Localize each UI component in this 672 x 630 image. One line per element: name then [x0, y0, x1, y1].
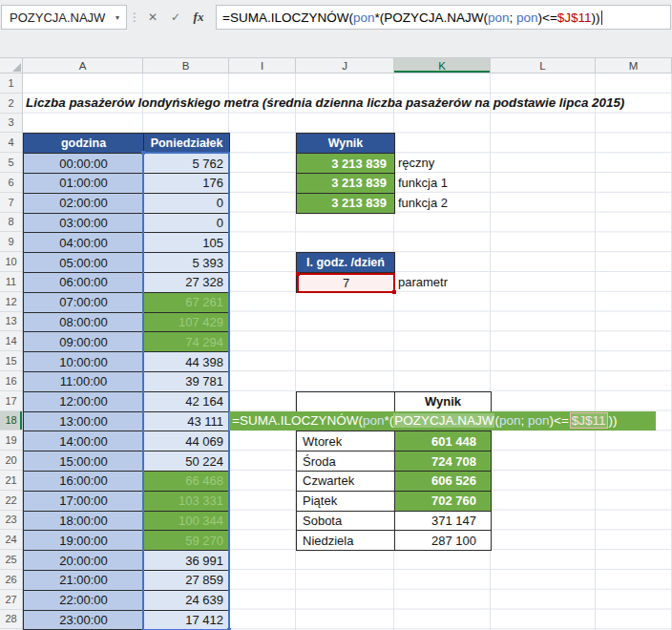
- column-header-l[interactable]: L: [491, 58, 596, 73]
- row-header-24[interactable]: 24: [0, 530, 22, 550]
- cell-value-14:00:00[interactable]: 44 069: [144, 431, 230, 452]
- row-header-26[interactable]: 26: [0, 570, 22, 590]
- cell-value-22:00:00[interactable]: 24 639: [144, 591, 230, 611]
- row-header-4[interactable]: 4: [0, 133, 22, 153]
- row-header-14[interactable]: 14: [0, 331, 22, 351]
- cell-day-value-3[interactable]: 702 760: [395, 492, 492, 512]
- cell-time-21:00:00[interactable]: 21:00:00: [24, 571, 144, 591]
- days-table-header[interactable]: Wynik: [395, 392, 492, 412]
- cell-value-17:00:00[interactable]: 103 331: [144, 492, 230, 512]
- cell-time-22:00:00[interactable]: 22:00:00: [24, 591, 144, 611]
- cell-value-11:00:00[interactable]: 39 781: [144, 372, 230, 392]
- sheet-grid[interactable]: 1234567891011121314151617181920212223242…: [0, 74, 672, 630]
- cell-time-07:00:00[interactable]: 07:00:00: [24, 293, 144, 313]
- cell-day-5[interactable]: Niedziela: [297, 531, 395, 551]
- param-value-cell[interactable]: 7: [297, 273, 395, 293]
- cell-time-14:00:00[interactable]: 14:00:00: [24, 431, 144, 452]
- cell-time-15:00:00[interactable]: 15:00:00: [24, 452, 144, 472]
- cell-value-19:00:00[interactable]: 59 270: [144, 531, 230, 551]
- cell-value-18:00:00[interactable]: 100 344: [144, 512, 230, 532]
- param-header[interactable]: l. godz. /dzień: [297, 253, 395, 273]
- row-header-18[interactable]: 18: [0, 411, 22, 431]
- column-header-a[interactable]: A: [23, 58, 143, 73]
- cell-time-13:00:00[interactable]: 13:00:00: [24, 412, 144, 432]
- insert-function-icon[interactable]: fx: [187, 5, 210, 30]
- cell-day-3[interactable]: Piątek: [297, 492, 395, 512]
- cell-value-13:00:00[interactable]: 43 111: [144, 412, 230, 432]
- cell-value-23:00:00[interactable]: 17 412: [144, 611, 230, 630]
- column-header-k[interactable]: K: [394, 58, 491, 73]
- column-header-j[interactable]: J: [296, 58, 394, 73]
- cell-value-10:00:00[interactable]: 44 398: [144, 352, 230, 372]
- cell-time-08:00:00[interactable]: 08:00:00: [24, 313, 144, 333]
- row-header-5[interactable]: 5: [0, 153, 22, 173]
- cell-time-16:00:00[interactable]: 16:00:00: [24, 472, 144, 492]
- row-header-12[interactable]: 12: [0, 292, 22, 312]
- cancel-icon[interactable]: ✕: [141, 5, 164, 30]
- row-header-1[interactable]: 1: [0, 74, 22, 94]
- cell-edit-overlay[interactable]: =SUMA.ILOCZYNÓW(pon*(POZYCJA.NAJW(pon; p…: [229, 411, 656, 431]
- cell-day-1[interactable]: Środa: [297, 452, 395, 472]
- row-header-15[interactable]: 15: [0, 351, 22, 371]
- cell-time-03:00:00[interactable]: 03:00:00: [24, 214, 144, 234]
- cell-value-15:00:00[interactable]: 50 224: [144, 452, 230, 472]
- cell-day-value-1[interactable]: 724 708: [395, 452, 492, 472]
- row-header-13[interactable]: 13: [0, 312, 22, 332]
- cell-value-00:00:00[interactable]: 5 762: [144, 154, 230, 174]
- row-header-11[interactable]: 11: [0, 272, 22, 292]
- cell-day-value-5[interactable]: 287 100: [395, 531, 492, 551]
- cell-value-01:00:00[interactable]: 176: [144, 174, 230, 194]
- row-header-16[interactable]: 16: [0, 371, 22, 391]
- cell-value-09:00:00[interactable]: 74 294: [144, 332, 230, 352]
- row-header-9[interactable]: 9: [0, 232, 22, 252]
- cell-day-value-2[interactable]: 606 526: [395, 472, 492, 492]
- select-all-corner[interactable]: [0, 58, 23, 73]
- row-header-19[interactable]: 19: [0, 430, 22, 451]
- result-value-function1[interactable]: 3 213 839: [297, 174, 395, 194]
- cell-time-18:00:00[interactable]: 18:00:00: [24, 512, 144, 532]
- cell-value-12:00:00[interactable]: 42 164: [144, 392, 230, 412]
- days-table-corner-cell[interactable]: [297, 392, 395, 412]
- hours-table-header-time[interactable]: godzina: [24, 134, 144, 154]
- row-header-7[interactable]: 7: [0, 193, 22, 213]
- row-header-25[interactable]: 25: [0, 550, 22, 570]
- cell-value-07:00:00[interactable]: 67 261: [144, 293, 230, 313]
- row-header-6[interactable]: 6: [0, 173, 22, 193]
- cell-value-20:00:00[interactable]: 36 991: [144, 551, 230, 571]
- result-value-manual[interactable]: 3 213 839: [297, 154, 395, 174]
- row-header-22[interactable]: 22: [0, 491, 22, 511]
- cell-value-03:00:00[interactable]: 0: [144, 214, 230, 234]
- cell-time-17:00:00[interactable]: 17:00:00: [24, 492, 144, 512]
- cell-day-4[interactable]: Sobota: [297, 512, 395, 532]
- cell-value-05:00:00[interactable]: 5 393: [144, 253, 230, 273]
- cell-time-01:00:00[interactable]: 01:00:00: [24, 174, 144, 194]
- result-value-function2[interactable]: 3 213 839: [297, 194, 395, 214]
- cell-time-04:00:00[interactable]: 04:00:00: [24, 233, 144, 253]
- column-header-i[interactable]: I: [229, 58, 296, 73]
- cell-time-20:00:00[interactable]: 20:00:00: [24, 551, 144, 571]
- hours-table-header-monday[interactable]: Poniedziałek: [144, 134, 230, 154]
- row-header-23[interactable]: 23: [0, 511, 22, 531]
- row-header-17[interactable]: 17: [0, 391, 22, 411]
- cell-value-08:00:00[interactable]: 107 429: [144, 313, 230, 333]
- row-header-2[interactable]: 2: [0, 94, 22, 114]
- cell-time-09:00:00[interactable]: 09:00:00: [24, 332, 144, 352]
- result-header[interactable]: Wynik: [297, 134, 395, 154]
- name-box[interactable]: POZYCJA.NAJW ▾: [1, 5, 127, 30]
- row-header-20[interactable]: 20: [0, 451, 22, 471]
- cell-time-10:00:00[interactable]: 10:00:00: [24, 352, 144, 372]
- cell-time-05:00:00[interactable]: 05:00:00: [24, 253, 144, 273]
- row-header-10[interactable]: 10: [0, 252, 22, 272]
- cell-value-16:00:00[interactable]: 66 468: [144, 472, 230, 492]
- cell-day-value-0[interactable]: 601 448: [395, 431, 492, 452]
- cell-time-12:00:00[interactable]: 12:00:00: [24, 392, 144, 412]
- cell-time-02:00:00[interactable]: 02:00:00: [24, 194, 144, 214]
- enter-icon[interactable]: ✓: [164, 5, 187, 30]
- formula-input[interactable]: =SUMA.ILOCZYNÓW(pon*(POZYCJA.NAJW(pon; p…: [216, 5, 671, 30]
- cell-day-2[interactable]: Czwartek: [297, 472, 395, 492]
- cell-value-04:00:00[interactable]: 105: [144, 233, 230, 253]
- row-header-27[interactable]: 27: [0, 590, 22, 610]
- cell-time-23:00:00[interactable]: 23:00:00: [24, 611, 144, 630]
- cell-value-21:00:00[interactable]: 27 859: [144, 571, 230, 591]
- row-header-8[interactable]: 8: [0, 213, 22, 233]
